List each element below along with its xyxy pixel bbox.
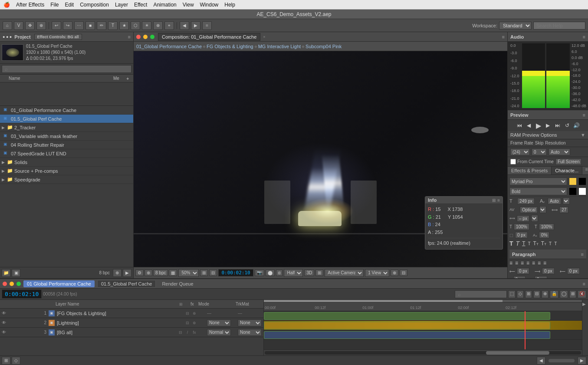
viewer-3d-btn[interactable]: 3D (304, 270, 314, 276)
italic-btn[interactable]: T (516, 240, 520, 247)
viewer-snap-btn[interactable]: ⊟ (209, 270, 217, 276)
tool-type[interactable]: T (108, 21, 118, 30)
from-current-checkbox[interactable] (510, 159, 516, 164)
resolution-select[interactable]: Auto (549, 148, 570, 155)
underline-btn[interactable]: T (522, 240, 525, 247)
tl-solo-btn[interactable]: ⬚ (508, 290, 516, 298)
tl-tab-2[interactable]: 01.5_Global Perf Cache (97, 280, 156, 288)
sw-2-1[interactable]: ⊟ (184, 320, 191, 326)
apple-menu[interactable]: 🍎 (3, 2, 10, 8)
edit-menu[interactable]: Edit (65, 2, 74, 8)
info-expand[interactable]: ⊞ (492, 198, 496, 203)
list-item[interactable]: ▣ 01_Global Performance Cache (0, 106, 133, 115)
bold-btn[interactable]: T (509, 240, 513, 247)
tl-motion-btn[interactable]: ⊟ (533, 290, 540, 298)
add-btn[interactable]: + (126, 76, 131, 81)
tool-hand[interactable]: ✥ (25, 21, 35, 30)
viewer-grid-btn[interactable]: ⊞ (315, 270, 323, 276)
char-swatch2[interactable] (578, 187, 586, 195)
tl-graph-btn[interactable]: ⊞ (525, 290, 532, 298)
tool-next[interactable]: ▶ (191, 21, 200, 30)
sw2[interactable]: ⊕ (191, 310, 197, 316)
tl-panel-menu[interactable]: ≡ (583, 281, 585, 286)
justify-center-btn[interactable]: ≡ (532, 260, 535, 266)
mute-btn[interactable]: 🔊 (573, 122, 581, 129)
tsz-pct-val[interactable]: 100% (539, 224, 555, 230)
full-screen-btn[interactable]: Full Screen (555, 158, 582, 165)
from-current-check[interactable]: From Current Time (510, 159, 554, 164)
file-menu[interactable]: File (50, 2, 59, 8)
max-dot[interactable] (150, 35, 154, 39)
track-3-clip[interactable] (264, 331, 550, 339)
list-item[interactable]: ▣ 03_Variable width mask feather (0, 132, 133, 141)
track-1-clip[interactable] (264, 312, 550, 320)
baseline-val[interactable]: 0 px (515, 232, 528, 238)
tool-zoom[interactable]: ⊕ (36, 21, 46, 30)
sw1[interactable]: ⊟ (184, 310, 191, 316)
flow-btn[interactable]: ⊕ (113, 269, 122, 277)
list-item[interactable]: ▣ 07 SpeedGrade LUT END (0, 149, 133, 158)
kerning-dropdown[interactable]: ▼ (539, 206, 546, 213)
font-style-select[interactable]: Bold (509, 187, 567, 195)
loop-btn[interactable]: ↺ (563, 122, 571, 129)
tl-tab-render[interactable]: Render Queue (158, 280, 197, 287)
align-left-btn[interactable]: ≡ (509, 260, 512, 266)
tool-pen[interactable]: ✏ (97, 21, 106, 30)
font-name-select[interactable]: Myriad Pro (509, 178, 567, 185)
comp-main-tab[interactable]: Composition: 01_Global Performance Cache (158, 33, 260, 41)
go-start-btn[interactable]: ⏮ (516, 122, 523, 129)
fx-char-tab[interactable]: Characte... (552, 167, 582, 174)
char-color-black[interactable] (578, 178, 586, 185)
paragraph-panel-menu[interactable]: ≡ (581, 252, 584, 257)
allcaps-btn[interactable]: TT (533, 240, 539, 247)
layer-2-trkmat[interactable]: None (238, 319, 262, 326)
size-pct-val[interactable]: 100% (514, 224, 529, 230)
tl-expand-icon[interactable]: ▶ (582, 302, 588, 306)
strikethrough-btn[interactable]: T (528, 241, 530, 246)
tl-snap-btn[interactable]: ⊕ (542, 290, 549, 298)
tab-close[interactable]: × (263, 35, 265, 39)
animation-menu[interactable]: Animation (153, 2, 176, 8)
skip-select[interactable]: 0 (532, 148, 547, 155)
play-btn[interactable]: ▶ (535, 122, 542, 129)
audio-panel-menu[interactable]: ≡ (583, 34, 585, 39)
tool-select[interactable]: V (14, 21, 23, 30)
breadcrumb-item-3[interactable]: MG Interactive Light (258, 44, 301, 49)
tl-footer-btn1[interactable]: ⊞ (2, 357, 10, 365)
tool-prev[interactable]: ◀ (180, 21, 189, 30)
tl-tab-1[interactable]: 01 Global Performance Cache (23, 280, 95, 287)
viewer-render-btn[interactable]: ⬤ (266, 270, 275, 276)
size-dropdown[interactable]: ▼ (531, 215, 538, 222)
search-field[interactable] (533, 22, 585, 30)
tool-home[interactable]: ⌂ (3, 21, 12, 30)
info-menu[interactable]: ≡ (497, 198, 500, 203)
viewer-options-btn[interactable]: ⊟ (400, 270, 407, 276)
layer-3-eye[interactable]: 👁 (2, 330, 8, 335)
after-effects-menu[interactable]: After Effects (16, 2, 44, 8)
subscript-btn[interactable]: T (554, 241, 557, 246)
tl-shy-btn[interactable]: ◯ (560, 290, 568, 298)
comp-panel-menu[interactable]: ≡ (502, 34, 505, 39)
tl-footer-scroll-left[interactable]: ◀ (537, 357, 545, 365)
list-item-folder-speedgrade[interactable]: ▶ 📁 Speedgrade (0, 175, 133, 184)
layer-row-3[interactable]: 👁 3 ▣ [BG all] ⊟ / fx Normal (0, 328, 263, 337)
fx-panel-menu[interactable]: ≡ (585, 167, 588, 174)
view-select[interactable]: 1 View (365, 269, 389, 277)
smallcaps-btn[interactable]: TT (541, 240, 546, 247)
tl-close-dot[interactable] (3, 282, 7, 286)
step-fwd-btn[interactable]: ▶ (544, 122, 552, 129)
effect-controls-tab[interactable]: Effect Controls: BG all (34, 34, 82, 40)
sw-3-2[interactable]: / (184, 329, 191, 335)
auto-dropdown[interactable]: ▼ (563, 197, 570, 204)
tool-anchor[interactable]: ⊕ (153, 21, 163, 30)
project-panel-menu[interactable]: ≡ (128, 34, 131, 39)
font-size-val[interactable]: 249 px (517, 198, 535, 204)
close-dot[interactable] (136, 35, 141, 39)
lang-pct-val[interactable]: 0% (539, 232, 549, 238)
tool-snap[interactable]: ⋯ (74, 21, 84, 30)
tl-lock-btn[interactable]: 🔒 (550, 290, 558, 298)
sw-2-2[interactable]: ⊕ (191, 320, 197, 326)
tl-mute-btn[interactable]: 🔇 (578, 290, 586, 298)
tl-keyframe-btn[interactable]: ◇ (517, 290, 524, 298)
viewer-fit-btn[interactable]: ⊞ (200, 270, 208, 276)
